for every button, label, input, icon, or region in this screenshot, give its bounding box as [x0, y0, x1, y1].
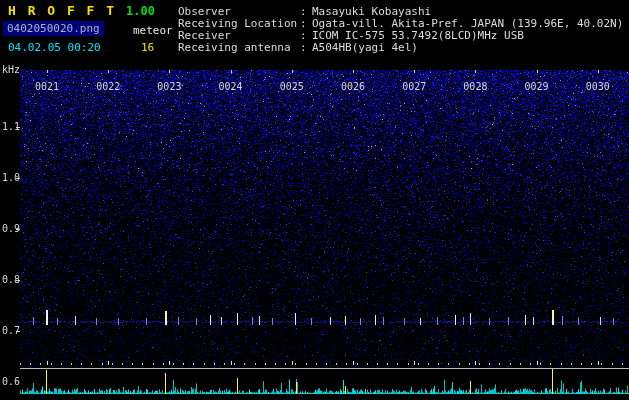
freq-label-0.6: 0.6 — [2, 376, 20, 387]
time-label-0025: 0025 — [280, 81, 304, 92]
time-label-0026: 0026 — [341, 81, 365, 92]
freq-label-0.8: 0.8 — [2, 274, 20, 285]
info-label: Receiving antenna — [178, 41, 300, 54]
app-title-text: H R O F F T — [8, 3, 116, 18]
time-label-0024: 0024 — [219, 81, 243, 92]
info-row-antenna: Receiving antenna:A504HB(yagi 4el) — [178, 41, 418, 54]
info-colon: : — [300, 41, 312, 54]
freq-label-0.7: 0.7 — [2, 325, 20, 336]
time-label-0022: 0022 — [96, 81, 120, 92]
time-label-0021: 0021 — [35, 81, 59, 92]
meteor-count: 16 — [141, 41, 154, 54]
freq-unit-label: kHz — [2, 64, 20, 75]
datetime-label: 04.02.05 00:20 — [8, 41, 101, 54]
filename-badge: 0402050020.png — [3, 21, 104, 36]
info-value: A504HB(yagi 4el) — [312, 41, 418, 54]
app-version: 1.00 — [126, 4, 155, 18]
time-label-0027: 0027 — [402, 81, 426, 92]
hrofft-screen: H R O F F T1.00 0402050020.png meteor 04… — [0, 0, 629, 400]
spectrogram-canvas — [0, 0, 629, 400]
freq-label-0.9: 0.9 — [2, 223, 20, 234]
freq-label-1.1: 1.1 — [2, 121, 20, 132]
time-label-0028: 0028 — [463, 81, 487, 92]
time-label-0029: 0029 — [525, 81, 549, 92]
time-label-0030: 0030 — [586, 81, 610, 92]
time-label-0023: 0023 — [157, 81, 181, 92]
app-title: H R O F F T1.00 — [8, 3, 155, 18]
freq-label-1.0: 1.0 — [2, 172, 20, 183]
mode-label: meteor — [133, 24, 173, 37]
